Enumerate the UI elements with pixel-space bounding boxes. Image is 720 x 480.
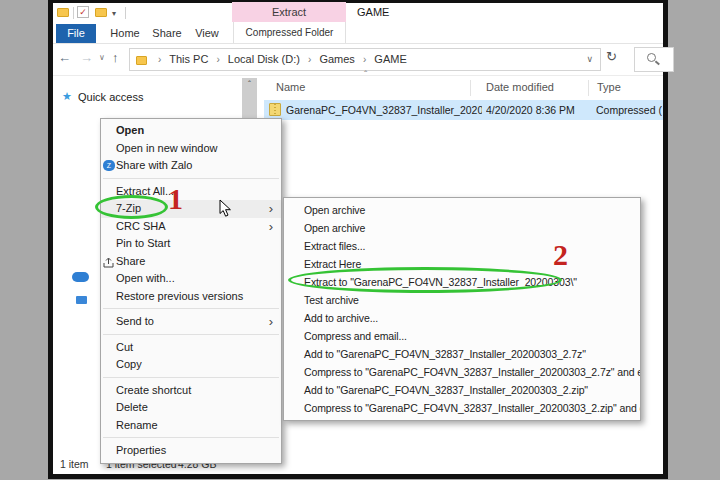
- context-menu-item-share-with-zalo[interactable]: Z Share with Zalo: [101, 157, 281, 175]
- submenu-item-compress-and-email[interactable]: Compress and email...: [284, 327, 640, 345]
- ribbon-tab-bar: File Home Share View Compressed Folder T…: [53, 22, 663, 44]
- tab-home[interactable]: Home: [103, 24, 147, 43]
- divider: [73, 7, 74, 19]
- breadcrumb-local-disk-d[interactable]: Local Disk (D:): [228, 53, 300, 65]
- submenu-item-open-archive-2[interactable]: Open archive: [284, 219, 640, 237]
- menu-item-label: CRC SHA: [116, 220, 166, 232]
- table-row[interactable]: GarenaPC_FO4VN_32837_Installer_20200... …: [264, 100, 663, 120]
- submenu-item-compress-to-7z-and-email[interactable]: Compress to "GarenaPC_FO4VN_32837_Instal…: [284, 363, 640, 381]
- submenu-item-test-archive[interactable]: Test archive: [284, 291, 640, 309]
- menu-item-label: Send to: [116, 315, 154, 327]
- recent-locations-caret-icon[interactable]: ∨: [99, 53, 105, 62]
- file-date-modified: 4/20/2020 8:36 PM: [486, 104, 586, 116]
- step2-number: 2: [553, 240, 568, 270]
- search-input[interactable]: [634, 47, 674, 72]
- up-button[interactable]: ↑: [112, 50, 119, 65]
- zalo-icon: Z: [103, 160, 115, 171]
- context-menu-item-share[interactable]: Share: [101, 253, 281, 271]
- context-menu-item-open-in-new-window[interactable]: Open in new window: [101, 140, 281, 158]
- breadcrumb-this-pc[interactable]: This PC: [169, 53, 208, 65]
- column-divider[interactable]: [588, 80, 589, 96]
- quick-access-star-icon: ★: [62, 90, 72, 103]
- submenu-arrow-icon: ›: [269, 200, 273, 218]
- folder-icon[interactable]: [57, 8, 69, 17]
- menu-separator: [103, 334, 279, 335]
- search-icon: [647, 53, 656, 62]
- tab-compressed-folder-tools[interactable]: Compressed Folder Tools: [233, 22, 346, 43]
- column-header-type[interactable]: Type: [597, 81, 621, 93]
- step1-number: 1: [168, 184, 183, 214]
- folder-icon: [136, 56, 147, 65]
- column-header-name[interactable]: Name: [276, 81, 305, 93]
- refresh-button[interactable]: ↻: [606, 49, 617, 64]
- sort-ascending-icon: ˆ: [364, 70, 367, 81]
- context-menu-item-open-with[interactable]: Open with...: [101, 270, 281, 288]
- divider: [125, 7, 126, 19]
- chevron-right-icon: ›: [308, 54, 311, 65]
- folder-icon[interactable]: [95, 8, 107, 17]
- menu-separator: [103, 178, 279, 179]
- context-menu-item-create-shortcut[interactable]: Create shortcut: [101, 382, 281, 400]
- item-count: 1 item: [60, 458, 89, 470]
- submenu-item-add-to-zip[interactable]: Add to "GarenaPC_FO4VN_32837_Installer_2…: [284, 381, 640, 399]
- file-name: GarenaPC_FO4VN_32837_Installer_20200...: [286, 104, 482, 116]
- menu-separator: [103, 308, 279, 309]
- chevron-right-icon: ›: [363, 54, 366, 65]
- context-menu: Open Open in new window Z Share with Zal…: [100, 118, 282, 464]
- submenu-arrow-icon: ›: [269, 313, 273, 331]
- chevron-right-icon: ›: [158, 54, 161, 65]
- address-dropdown-caret-icon[interactable]: ∨: [586, 54, 593, 64]
- submenu-item-compress-to-zip-and-email[interactable]: Compress to "GarenaPC_FO4VN_32837_Instal…: [284, 399, 640, 417]
- forward-button[interactable]: →: [80, 50, 93, 65]
- mouse-cursor: [219, 199, 232, 222]
- context-menu-item-send-to[interactable]: Send to ›: [101, 313, 281, 331]
- context-menu-item-open[interactable]: Open: [101, 122, 281, 140]
- step2-highlight-circle: [288, 267, 562, 293]
- tab-file[interactable]: File: [56, 24, 96, 43]
- sidebar-scrollbar[interactable]: ˆ: [242, 78, 257, 120]
- breadcrumb: › This PC › Local Disk (D:) › Games › GA…: [153, 53, 407, 65]
- breadcrumb-games[interactable]: Games: [319, 53, 354, 65]
- column-header-date-modified[interactable]: Date modified: [486, 81, 554, 93]
- zip-file-icon: [269, 103, 281, 116]
- chevron-right-icon: ›: [216, 54, 219, 65]
- context-menu-item-rename[interactable]: Rename: [101, 417, 281, 435]
- onedrive-icon[interactable]: [72, 272, 89, 282]
- context-menu-item-restore-previous-versions[interactable]: Restore previous versions: [101, 288, 281, 306]
- step1-highlight-circle: [95, 195, 168, 219]
- context-menu-item-pin-to-start[interactable]: Pin to Start: [101, 235, 281, 253]
- menu-item-label: Share with Zalo: [116, 159, 192, 171]
- column-divider[interactable]: [470, 80, 471, 96]
- submenu-item-add-to-7z[interactable]: Add to "GarenaPC_FO4VN_32837_Installer_2…: [284, 345, 640, 363]
- tab-view[interactable]: View: [187, 24, 227, 43]
- address-bar[interactable]: › This PC › Local Disk (D:) › Games › GA…: [129, 48, 601, 71]
- window-title: GAME: [357, 6, 389, 18]
- context-menu-item-copy[interactable]: Copy: [101, 356, 281, 374]
- back-button[interactable]: ←: [58, 50, 71, 65]
- 7zip-submenu: Open archive Open archive Extract files.…: [283, 197, 641, 421]
- submenu-item-extract-files[interactable]: Extract files...: [284, 237, 640, 255]
- context-menu-item-crc-sha[interactable]: CRC SHA ›: [101, 218, 281, 236]
- tab-share[interactable]: Share: [147, 24, 187, 43]
- context-menu-item-cut[interactable]: Cut: [101, 339, 281, 357]
- screen: ✓ ▾ Extract GAME File Home Share View Co…: [0, 0, 720, 480]
- submenu-item-add-to-archive[interactable]: Add to archive...: [284, 309, 640, 327]
- sidebar-item-quick-access[interactable]: Quick access: [78, 91, 143, 103]
- this-pc-icon[interactable]: [76, 296, 87, 304]
- menu-separator: [103, 377, 279, 378]
- tab-extract[interactable]: Extract: [232, 2, 346, 22]
- context-menu-item-properties[interactable]: Properties: [101, 442, 281, 460]
- submenu-item-open-archive[interactable]: Open archive: [284, 201, 640, 219]
- file-type: Compressed (zi: [596, 104, 662, 116]
- submenu-arrow-icon: ›: [269, 218, 273, 236]
- menu-item-label: Share: [116, 255, 145, 267]
- menu-separator: [103, 437, 279, 438]
- context-menu-item-delete[interactable]: Delete: [101, 399, 281, 417]
- qat-dropdown-caret-icon[interactable]: ▾: [112, 9, 116, 18]
- breadcrumb-game[interactable]: GAME: [374, 53, 406, 65]
- checkbox-icon[interactable]: ✓: [77, 6, 89, 18]
